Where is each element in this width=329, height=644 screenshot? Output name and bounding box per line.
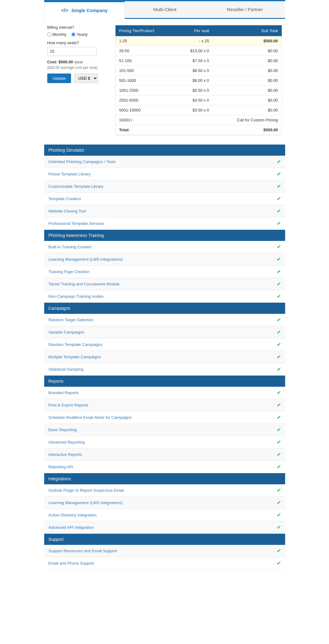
feature-row: Reporting API ✔: [44, 461, 285, 473]
check-icon: ✔: [277, 317, 281, 323]
feature-row: Random Template Campaigns ✔: [44, 339, 285, 351]
total-label: Total:: [116, 125, 176, 135]
feature-name: Outlook Plugin to Report Suspicious Emai…: [49, 488, 124, 493]
feature-name: Preset Template Library: [49, 172, 91, 176]
feature-name: Branded Reports: [49, 390, 79, 395]
per-seat-cell: $13.00 x 0: [176, 46, 213, 56]
check-icon: ✔: [277, 281, 281, 287]
check-icon: ✔: [277, 500, 281, 506]
feature-name: Interactive Reports: [49, 452, 82, 457]
feature-name: Reporting API: [49, 465, 73, 469]
seats-input[interactable]: [47, 47, 97, 56]
feature-name: Unlimited Phishing Campaigns / Tests: [49, 159, 116, 164]
feature-name: Non-Campaign Training Invites: [49, 294, 103, 299]
feature-name: Tiered Training and Coursework Module: [49, 282, 120, 286]
check-icon: ✔: [277, 196, 281, 202]
feature-name: Advanced API Integration: [49, 525, 94, 530]
feature-name: Random Template Campaigns: [49, 342, 103, 347]
subtotal-cell: $0.00: [213, 95, 282, 105]
check-icon: ✔: [277, 560, 281, 566]
feature-row: Outlook Plugin to Report Suspicious Emai…: [44, 484, 285, 497]
cost-value: $500.00: [58, 60, 73, 64]
feature-name: Statistical Sampling: [49, 367, 83, 372]
feature-name: Active Directory Integration: [49, 513, 97, 517]
feature-category-1: Phishing Awareness Training: [44, 230, 285, 241]
yearly-radio-input[interactable]: [71, 32, 75, 36]
monthly-radio-input[interactable]: [47, 32, 51, 36]
check-icon: ✔: [277, 487, 281, 493]
billing-left: Billing interval? Monthly Yearly How man…: [47, 25, 109, 83]
subtotal-cell: $0.00: [213, 86, 282, 95]
tier-cell: 101-500: [116, 66, 176, 76]
per-seat-cell: - x 25: [176, 36, 213, 46]
check-icon: ✔: [277, 293, 281, 299]
tab-single[interactable]: </> Single Company: [44, 1, 125, 19]
feature-row: Print & Export Reports ✔: [44, 399, 285, 411]
feature-category-2: Campaigns: [44, 303, 285, 314]
yearly-radio[interactable]: Yearly: [71, 32, 88, 37]
feature-row: Preset Template Library ✔: [44, 168, 285, 180]
cost-text: Cost: $500.00 /year: [47, 60, 109, 64]
col-subtotal: Sub Total: [213, 25, 282, 36]
check-icon: ✔: [277, 366, 281, 372]
monthly-label: Monthly: [53, 32, 67, 37]
check-icon: ✔: [277, 354, 281, 360]
check-icon: ✔: [277, 208, 281, 214]
update-button[interactable]: Update: [47, 74, 71, 83]
feature-name: Print & Export Reports: [49, 403, 88, 407]
tab-reseller[interactable]: Reseller / Partner: [205, 1, 285, 18]
feature-row: Random Target Selection ✔: [44, 314, 285, 326]
yearly-label: Yearly: [77, 32, 88, 37]
feature-row: Website Cloning Tool ✔: [44, 205, 285, 217]
cost-label: Cost:: [47, 60, 57, 64]
feature-row: Schedule Realtime Email Alerts for Campa…: [44, 411, 285, 424]
billing-interval-label: Billing interval?: [47, 25, 109, 30]
feature-row: Support Resources and Email Support ✔: [44, 545, 285, 557]
code-icon: </>: [61, 8, 68, 13]
feature-name: Learning Management (LMS Integrations): [49, 500, 123, 505]
feature-name: Schedule Realtime Email Alerts for Campa…: [49, 415, 132, 420]
check-icon: ✔: [277, 269, 281, 275]
subtotal-cell: $0.00: [213, 105, 282, 115]
check-icon: ✔: [277, 244, 281, 250]
feature-name: Professional Template Services: [49, 221, 104, 226]
feature-row: Tiered Training and Coursework Module ✔: [44, 278, 285, 290]
tier-cell: 10001+: [116, 115, 176, 125]
feature-row: Interactive Reports ✔: [44, 448, 285, 461]
tier-cell: 5001-10000: [116, 105, 176, 115]
subtotal-cell: $0.00: [213, 46, 282, 56]
seats-label: How many seats?: [47, 40, 109, 45]
feature-name: Advanced Reporting: [49, 440, 85, 444]
page-wrapper: </> Single Company Multi-Client Reseller…: [44, 0, 285, 570]
per-seat-cell: $5.50 x 0: [176, 86, 213, 95]
monthly-radio[interactable]: Monthly: [47, 32, 67, 37]
feature-name: Multiple Template Campaigns: [49, 355, 101, 359]
subtotal-cell: $0.00: [213, 56, 282, 66]
feature-row: Non-Campaign Training Invites ✔: [44, 290, 285, 303]
total-value: $500.00: [213, 125, 282, 135]
per-seat-cell: [176, 115, 213, 125]
tab-multi[interactable]: Multi-Client: [125, 1, 205, 18]
feature-row: Advanced API Integration ✔: [44, 521, 285, 534]
check-icon: ✔: [277, 171, 281, 177]
feature-category-5: Support: [44, 534, 285, 545]
per-seat-cell: $6.50 x 0: [176, 66, 213, 76]
feature-name: Training Page Creation: [49, 269, 90, 274]
feature-row: Basic Reporting ✔: [44, 424, 285, 436]
feature-row: Template Creation ✔: [44, 193, 285, 205]
tier-cell: 501-1000: [116, 76, 176, 86]
check-icon: ✔: [277, 439, 281, 445]
feature-name: Learning Management (LMS Integrations): [49, 257, 123, 262]
check-icon: ✔: [277, 159, 281, 165]
feature-category-4: Integrations: [44, 473, 285, 484]
subtotal-cell: $500.00: [213, 36, 282, 46]
feature-row: Variable Campaigns ✔: [44, 326, 285, 339]
currency-select[interactable]: USD $: [74, 74, 98, 83]
check-icon: ✔: [277, 256, 281, 262]
features-section: Phishing Simulator Unlimited Phishing Ca…: [44, 145, 285, 570]
feature-category-0: Phishing Simulator: [44, 145, 285, 156]
cost-period: /year: [74, 60, 83, 64]
per-seat-cell: $3.50 x 0: [176, 105, 213, 115]
feature-row: Email and Phone Support ✔: [44, 557, 285, 570]
subtotal-cell: $0.00: [213, 66, 282, 76]
